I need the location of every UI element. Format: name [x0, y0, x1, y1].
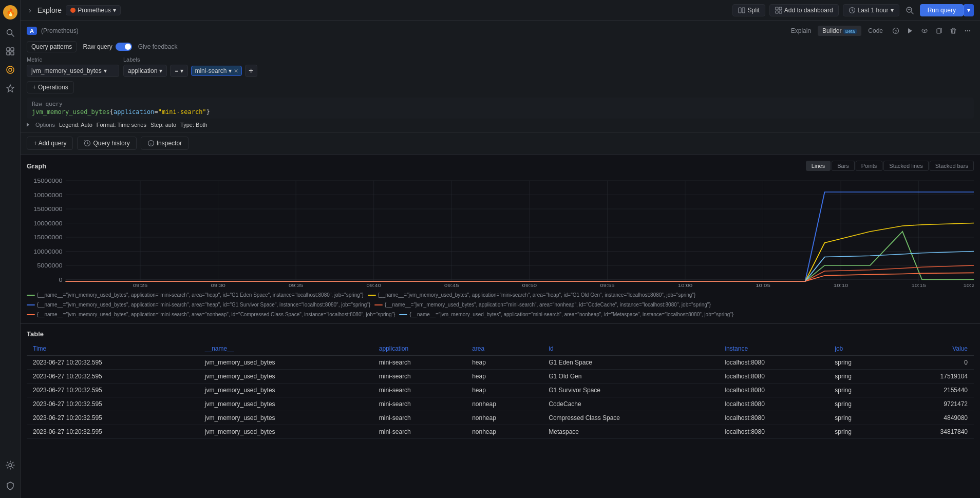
give-feedback-button[interactable]: Give feedback — [138, 43, 178, 50]
options-collapse-icon[interactable] — [27, 123, 29, 127]
add-query-button[interactable]: + Add query — [27, 137, 73, 150]
col-value[interactable]: Value — [890, 342, 974, 356]
legend-color-codecache — [374, 304, 383, 305]
graph-section: Graph Lines Bars Points Stacked lines St… — [21, 155, 980, 324]
table-cell: spring — [828, 370, 890, 384]
svg-text:5000000: 5000000 — [37, 262, 63, 269]
table-header-row: Time __name__ application area id instan… — [27, 342, 974, 356]
options-format: Format: Time series — [97, 122, 146, 128]
sidebar-collapse-btn[interactable]: › — [27, 5, 33, 15]
query-controls-row: Query patterns Raw query Give feedback — [27, 41, 974, 52]
legend-item-oldgen: {__name__="jvm_memory_used_bytes", appli… — [368, 292, 696, 298]
table-cell: jvm_memory_used_bytes — [199, 425, 373, 439]
svg-line-19 — [911, 12, 913, 14]
explain-button[interactable]: Explain — [786, 26, 816, 36]
svg-text:09:50: 09:50 — [522, 282, 537, 288]
run-icon — [907, 27, 914, 34]
col-job[interactable]: job — [828, 342, 890, 356]
zoom-out-button[interactable] — [903, 4, 916, 16]
query-disable-button[interactable] — [918, 25, 931, 37]
col-instance[interactable]: instance — [719, 342, 828, 356]
run-query-dropdown-button[interactable]: ▾ — [964, 4, 974, 16]
col-application[interactable]: application — [373, 342, 466, 356]
svg-text:10000000: 10000000 — [33, 192, 63, 199]
viz-points-button[interactable]: Points — [856, 161, 883, 171]
table-cell: G1 Survivor Space — [542, 384, 719, 397]
col-name[interactable]: __name__ — [199, 342, 373, 356]
metric-select[interactable]: jvm_memory_used_bytes ▾ — [27, 65, 119, 77]
col-area[interactable]: area — [466, 342, 542, 356]
sidebar-item-shield[interactable] — [2, 477, 18, 494]
topbar-left: › Explore Prometheus ▾ — [27, 5, 728, 15]
query-more-button[interactable] — [962, 25, 974, 37]
viz-stacked-lines-button[interactable]: Stacked lines — [883, 161, 928, 171]
table-header: Table — [27, 330, 974, 338]
legend-color-compressed — [27, 314, 35, 315]
legend-item-eden: {__name__="jvm_memory_used_bytes", appli… — [27, 292, 364, 298]
table-cell: localhost:8080 — [719, 384, 828, 397]
metric-value: jvm_memory_used_bytes — [31, 67, 102, 74]
query-patterns-button[interactable]: Query patterns — [27, 41, 77, 52]
sidebar-item-dashboards[interactable] — [2, 43, 18, 60]
query-history-button[interactable]: Query history — [77, 137, 136, 150]
query-header-row: A (Prometheus) Explain Builder Beta Code — [27, 25, 974, 37]
svg-rect-4 — [7, 48, 10, 51]
topbar-actions: Split Add to dashboard Last 1 hour ▾ — [732, 4, 974, 16]
sidebar-item-explore[interactable] — [2, 62, 18, 78]
query-help-button[interactable]: ? — [890, 25, 902, 37]
svg-text:10:00: 10:00 — [678, 282, 692, 288]
table-cell: localhost:8080 — [719, 370, 828, 384]
label-remove-button[interactable]: × — [234, 67, 238, 74]
legend-label-compressed: {__name__="jvm_memory_used_bytes", appli… — [37, 312, 395, 317]
table-cell: jvm_memory_used_bytes — [199, 411, 373, 425]
svg-marker-23 — [908, 28, 912, 33]
graph-title: Graph — [27, 162, 46, 170]
options-type: Type: Both — [180, 122, 208, 128]
query-history-label: Query history — [93, 140, 129, 147]
svg-text:0: 0 — [59, 277, 62, 283]
builder-button[interactable]: Builder Beta — [818, 26, 861, 36]
dashboard-add-icon — [775, 7, 782, 14]
query-run-button[interactable] — [904, 25, 916, 37]
viz-bars-button[interactable]: Bars — [832, 161, 855, 171]
label-op-select[interactable]: = ▾ — [170, 65, 188, 77]
raw-query-section-label: Raw query — [32, 101, 969, 107]
svg-text:10:15: 10:15 — [911, 282, 926, 288]
add-label-filter-button[interactable]: + — [245, 65, 257, 77]
col-time[interactable]: Time — [27, 342, 199, 356]
split-button[interactable]: Split — [732, 4, 765, 16]
sidebar-item-alerts[interactable] — [2, 80, 18, 97]
col-id[interactable]: id — [542, 342, 719, 356]
main-content: › Explore Prometheus ▾ Split — [21, 0, 980, 498]
inspector-button[interactable]: i Inspector — [141, 137, 189, 150]
svg-text:i: i — [150, 142, 152, 146]
raw-query-toggle[interactable] — [116, 43, 132, 51]
table-cell: 2023-06-27 10:20:32.595 — [27, 425, 199, 439]
run-query-button[interactable]: Run query — [920, 4, 964, 16]
scroll-container: A (Prometheus) Explain Builder Beta Code — [21, 21, 980, 498]
page-title: Explore — [37, 6, 62, 14]
operations-button[interactable]: + Operations — [27, 81, 74, 93]
datasource-selector[interactable]: Prometheus ▾ — [66, 5, 121, 15]
query-delete-button[interactable] — [947, 25, 959, 37]
code-button[interactable]: Code — [863, 26, 888, 36]
add-to-dashboard-button[interactable]: Add to dashboard — [769, 4, 839, 16]
table-cell: heap — [466, 370, 542, 384]
options-label[interactable]: Options — [35, 122, 55, 128]
inspector-label: Inspector — [157, 140, 182, 147]
app-logo[interactable]: 🔥 — [2, 4, 18, 21]
inspector-icon: i — [147, 140, 155, 147]
label-name-select[interactable]: application ▾ — [123, 65, 167, 77]
query-actions-bar: + Add query Query history i Inspector — [21, 132, 980, 155]
sidebar-item-search[interactable] — [2, 25, 18, 41]
viz-stacked-bars-button[interactable]: Stacked bars — [930, 161, 974, 171]
sidebar-item-settings[interactable] — [2, 457, 18, 473]
raw-query-label-key: application — [114, 108, 154, 116]
legend-color-oldgen — [368, 295, 376, 296]
time-range-selector[interactable]: Last 1 hour ▾ — [843, 4, 899, 16]
query-duplicate-button[interactable] — [933, 25, 945, 37]
table-cell: 0 — [890, 356, 974, 370]
viz-lines-button[interactable]: Lines — [806, 161, 831, 171]
table-cell: G1 Old Gen — [542, 370, 719, 384]
eye-icon — [921, 27, 928, 34]
